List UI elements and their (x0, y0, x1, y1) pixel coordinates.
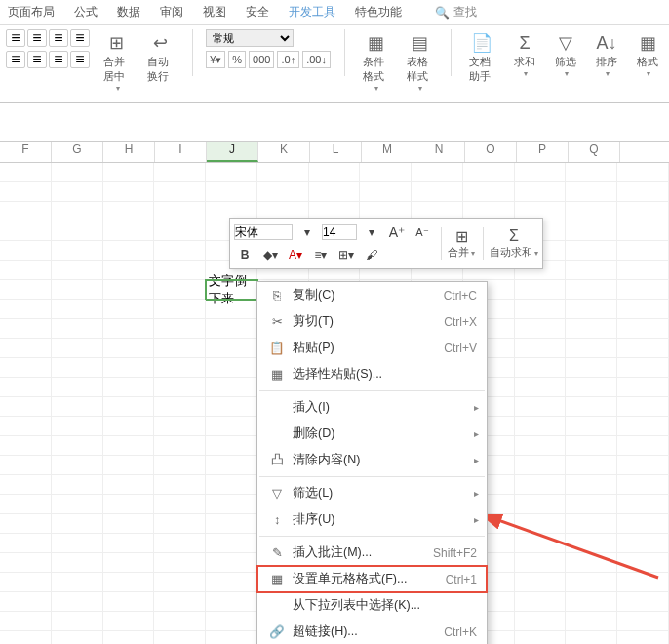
dec-decimal-button[interactable]: .00↓ (302, 51, 331, 68)
menu-label: 清除内容(N) (293, 452, 477, 468)
context-menu: ⎘复制(C)Ctrl+C✂剪切(T)Ctrl+X📋粘贴(P)Ctrl+V▦选择性… (256, 281, 488, 644)
mini-font-select[interactable] (234, 224, 293, 240)
col-header-I[interactable]: I (155, 142, 207, 162)
mini-fontsize-select[interactable] (322, 224, 357, 240)
menu-icon: ⎘ (267, 289, 287, 302)
tab-formula[interactable]: 公式 (74, 4, 98, 20)
col-header-K[interactable]: K (258, 142, 310, 162)
decrease-font-button[interactable]: A⁻ (412, 222, 433, 242)
comma-button[interactable]: 000 (249, 51, 274, 68)
menu-item[interactable]: 凸清除内容(N) (257, 447, 487, 473)
filter-button[interactable]: ▽ 筛选 (550, 29, 581, 95)
align-dist-button[interactable]: ≡ (70, 29, 90, 47)
svg-line-0 (495, 519, 658, 578)
tab-review[interactable]: 审阅 (160, 4, 183, 20)
menu-item[interactable]: ↕排序(U) (257, 506, 487, 533)
border-button[interactable]: ⊞▾ (335, 245, 357, 264)
menu-icon: 📋 (267, 341, 287, 355)
align-top-left-button[interactable]: ≡ (6, 29, 25, 47)
tab-security[interactable]: 安全 (246, 4, 269, 20)
menu-item[interactable]: 从下拉列表中选择(K)... (257, 592, 487, 619)
format-button[interactable]: ▦ 格式 (632, 29, 663, 95)
align-top-right-button[interactable]: ≡ (49, 29, 68, 47)
mini-merge-button[interactable]: ⊞ 合并 (441, 227, 475, 260)
menu-shortcut: Shift+F2 (433, 546, 477, 560)
col-header-F[interactable]: F (0, 142, 52, 162)
align-left-button[interactable]: ≡ (6, 51, 25, 68)
currency-button[interactable]: ¥▾ (206, 51, 225, 68)
menu-label: 删除(D) (293, 425, 477, 442)
col-header-L[interactable]: L (310, 142, 362, 162)
menu-icon: ▽ (267, 486, 287, 501)
align-center-button[interactable]: ≡ (27, 51, 47, 68)
menu-item[interactable]: ▦选择性粘贴(S)... (257, 361, 487, 387)
merge-icon: ⊞ (105, 31, 129, 55)
merge-icon: ⊞ (455, 227, 468, 245)
doc-help-icon: 📄 (470, 31, 493, 55)
tab-devtools[interactable]: 开发工具 (289, 4, 335, 20)
sum-button[interactable]: Σ 求和 (509, 29, 540, 95)
selected-cell[interactable]: 文字倒下来 (206, 280, 257, 300)
conditional-format-button[interactable]: ▦ 条件格式 (359, 29, 393, 95)
align-top-center-button[interactable]: ≡ (27, 29, 47, 47)
merge-center-button[interactable]: ⊞ 合并居中 (99, 29, 134, 95)
tab-data[interactable]: 数据 (117, 4, 140, 20)
sort-button[interactable]: A↓ 排序 (591, 29, 622, 95)
menu-item[interactable]: ▦设置单元格格式(F)...Ctrl+1 (257, 566, 487, 592)
col-header-P[interactable]: P (517, 142, 569, 162)
col-header-N[interactable]: N (413, 142, 465, 162)
tab-features[interactable]: 特色功能 (355, 4, 402, 20)
tab-page-layout[interactable]: 页面布局 (8, 4, 55, 20)
menu-icon: 凸 (267, 452, 287, 468)
number-format-select[interactable]: 常规 (206, 29, 294, 47)
menu-shortcut: Ctrl+1 (446, 573, 477, 586)
col-header-M[interactable]: M (362, 142, 413, 162)
menu-label: 选择性粘贴(S)... (293, 366, 477, 382)
menu-shortcut: Ctrl+X (444, 315, 477, 329)
inc-decimal-button[interactable]: .0↑ (277, 51, 299, 68)
table-style-button[interactable]: ▤ 表格样式 (403, 29, 437, 95)
font-dd-icon[interactable]: ▾ (296, 222, 318, 242)
size-dd-icon[interactable]: ▾ (361, 222, 382, 242)
menu-label: 粘贴(P) (293, 340, 444, 356)
sigma-icon: Σ (509, 227, 519, 245)
menu-item[interactable]: ✎插入批注(M)...Shift+F2 (257, 540, 487, 566)
align-button[interactable]: ≡▾ (310, 245, 332, 264)
menu-icon: 🔗 (267, 624, 287, 639)
search-command[interactable]: 🔍 查找 (435, 4, 477, 20)
menu-shortcut: Ctrl+C (444, 289, 477, 302)
auto-wrap-button[interactable]: ↩ 自动换行 (143, 29, 177, 95)
menu-item[interactable]: ▽筛选(L) (257, 480, 487, 506)
cond-fmt-icon: ▦ (364, 31, 387, 55)
ribbon-tabs: 页面布局 公式 数据 审阅 视图 安全 开发工具 特色功能 🔍 查找 (0, 0, 669, 25)
col-header-Q[interactable]: Q (569, 142, 620, 162)
align-right-button[interactable]: ≡ (49, 51, 68, 68)
ribbon-toolbar: ≡ ≡ ≡ ≡ ≡ ≡ ≡ ≡ ⊞ 合并居中 ↩ 自动换行 常规 ¥▾ % 00… (0, 25, 669, 103)
bold-button[interactable]: B (234, 245, 256, 264)
menu-label: 插入批注(M)... (293, 544, 433, 561)
align-justify-button[interactable]: ≡ (70, 51, 90, 68)
col-header-O[interactable]: O (465, 142, 517, 162)
menu-item[interactable]: 插入(I) (257, 394, 487, 421)
col-header-J[interactable]: J (207, 142, 258, 162)
menu-item[interactable]: ⎘复制(C)Ctrl+C (257, 282, 487, 308)
increase-font-button[interactable]: A⁺ (386, 222, 408, 242)
col-header-G[interactable]: G (52, 142, 103, 162)
doc-help-button[interactable]: 📄 文档助手 (465, 29, 499, 95)
column-headers: FGHIJKLMNOPQ (0, 142, 669, 163)
menu-icon: ▦ (267, 572, 287, 586)
menu-item[interactable]: 🔗超链接(H)...Ctrl+K (257, 619, 487, 644)
percent-button[interactable]: % (228, 51, 246, 68)
menu-item[interactable]: ✂剪切(T)Ctrl+X (257, 308, 487, 335)
font-color-button[interactable]: A▾ (285, 245, 306, 264)
sigma-icon: Σ (513, 31, 536, 55)
menu-shortcut: Ctrl+K (444, 625, 477, 639)
menu-item[interactable]: 删除(D) (257, 421, 487, 447)
fill-color-button[interactable]: ◆▾ (259, 245, 281, 264)
menu-icon: ✎ (267, 545, 287, 560)
tab-view[interactable]: 视图 (203, 4, 226, 20)
mini-autosum-button[interactable]: Σ 自动求和 (483, 227, 538, 260)
format-painter-button[interactable]: 🖌 (361, 245, 382, 264)
col-header-H[interactable]: H (103, 142, 155, 162)
menu-item[interactable]: 📋粘贴(P)Ctrl+V (257, 335, 487, 361)
